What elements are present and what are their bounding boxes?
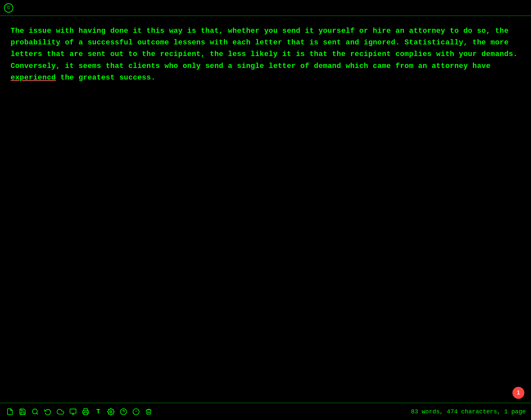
svg-line-1 bbox=[37, 413, 38, 414]
search-icon[interactable] bbox=[31, 407, 40, 416]
print-icon[interactable] bbox=[81, 407, 90, 416]
export-icon[interactable] bbox=[68, 407, 78, 416]
svg-point-0 bbox=[33, 409, 38, 414]
info-icon[interactable] bbox=[131, 407, 141, 416]
underlined-word: experiencd bbox=[11, 74, 56, 82]
cloud-icon[interactable] bbox=[56, 407, 65, 416]
status-text: 83 words, 474 characters, 1 page bbox=[411, 408, 526, 415]
text-icon[interactable]: T bbox=[94, 407, 103, 416]
svg-rect-2 bbox=[70, 409, 76, 413]
settings-icon[interactable] bbox=[106, 407, 115, 416]
main-content: The issue with having done it this way i… bbox=[0, 16, 531, 93]
body-text-part2: the greatest success. bbox=[56, 74, 155, 82]
svg-point-6 bbox=[110, 411, 112, 413]
body-text: The issue with having done it this way i… bbox=[11, 25, 520, 84]
status-bar: T bbox=[0, 403, 531, 420]
top-bar: © bbox=[0, 0, 531, 16]
delete-icon[interactable] bbox=[144, 407, 153, 416]
body-text-part1: The issue with having done it this way i… bbox=[11, 27, 518, 70]
undo-icon[interactable] bbox=[43, 407, 52, 416]
help-icon[interactable] bbox=[119, 407, 128, 416]
save-icon[interactable] bbox=[18, 407, 27, 416]
new-file-icon[interactable] bbox=[5, 407, 15, 416]
svg-rect-5 bbox=[84, 412, 88, 414]
page-badge: 1 bbox=[512, 387, 524, 399]
copyright-icon: © bbox=[4, 3, 13, 13]
toolbar-left: T bbox=[5, 407, 153, 416]
